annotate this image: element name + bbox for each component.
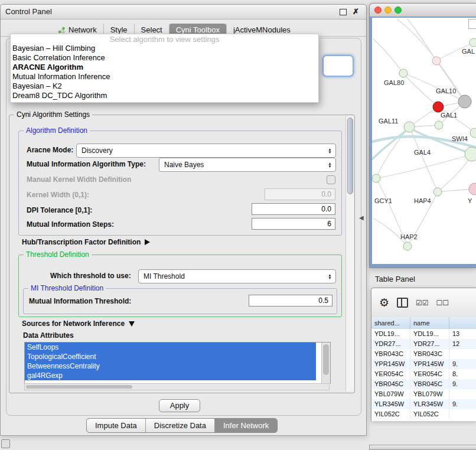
network-edge[interactable] <box>376 127 409 178</box>
network-node[interactable] <box>432 57 441 65</box>
network-view-window: GALGAL80GAL10GAL11GAL1SWI4GAL4GCY1HAP4YH… <box>369 3 476 268</box>
table-cell <box>449 349 476 359</box>
column-header-col3[interactable] <box>449 317 476 329</box>
attribute-item-topologicalcoefficient[interactable]: TopologicalCoefficient <box>25 352 316 361</box>
algorithm-select-box[interactable] <box>322 55 354 77</box>
table-row[interactable]: YBL079WYBL079W <box>371 389 476 399</box>
column-chooser-icon[interactable] <box>397 298 408 308</box>
mi-threshold-field[interactable] <box>249 295 332 306</box>
table-cell: 9. <box>449 399 476 409</box>
network-canvas[interactable]: GALGAL80GAL10GAL11GAL1SWI4GAL4GCY1HAP4YH… <box>370 17 476 268</box>
float-window-icon[interactable] <box>340 9 347 15</box>
network-edge[interactable] <box>376 154 472 178</box>
network-node[interactable] <box>433 102 444 112</box>
manual-kernel-label: Manual Kernel Width Definition <box>27 175 131 184</box>
network-node[interactable] <box>435 121 443 129</box>
scrollbar-thumb[interactable] <box>323 344 329 375</box>
deselect-all-icon[interactable]: ☐☐ <box>436 299 449 307</box>
network-node[interactable] <box>470 38 476 47</box>
control-panel-titlebar[interactable]: Control Panel ✗ <box>1 5 366 19</box>
bottom-tab-discretize-data[interactable]: Discretize Data <box>145 419 214 432</box>
kernel-width-field[interactable] <box>265 188 335 200</box>
attribute-item-gal4rgexp[interactable]: gal4RGexp <box>25 371 316 380</box>
network-node-label: GCY1 <box>374 197 392 204</box>
apply-button[interactable]: Apply <box>159 399 200 412</box>
select-all-icon[interactable]: ☑☑ <box>416 299 429 307</box>
panel-collapse-arrow[interactable]: ◀ <box>359 214 364 221</box>
algorithm-option-bayesian-hill-climbing[interactable]: Bayesian – Hill Climbing <box>11 44 318 53</box>
network-node[interactable] <box>399 69 407 77</box>
network-node[interactable] <box>403 242 412 250</box>
minimized-panel-icon[interactable] <box>1 439 10 448</box>
attributes-list[interactable]: SelfLoopsTopologicalCoefficientBetweenne… <box>24 342 331 384</box>
table-row[interactable]: YIL052CYIL052C <box>371 409 476 419</box>
zoom-button[interactable] <box>395 6 402 14</box>
gear-icon[interactable]: ⚙ <box>379 297 389 308</box>
desktop: Control Panel ✗ NetworkStyleSelectCyni T… <box>0 0 476 450</box>
bottom-tab-impute-data[interactable]: Impute Data <box>87 419 145 432</box>
algorithm-option-basic-correlation-inference[interactable]: Basic Correlation Inference <box>11 53 318 63</box>
combo-arrows-icon: ▲▼ <box>325 148 335 154</box>
table-cell: YPR145W <box>410 359 449 369</box>
table-cell: YBR045C <box>410 379 449 389</box>
table-row[interactable]: YPR145WYPR145W9. <box>371 359 476 369</box>
table-row[interactable]: YDR27...YDR27...12 <box>371 339 476 349</box>
table-row[interactable]: YBR045CYBR045C9. <box>371 379 476 389</box>
algorithm-option-aracne-algorithm[interactable]: ARACNE Algorithm <box>11 63 318 72</box>
network-edge[interactable] <box>438 154 472 192</box>
scrollbar-thumb[interactable] <box>26 385 132 389</box>
network-node[interactable] <box>469 183 476 195</box>
hub-section-label: Hub/Transcription Factor Definition <box>22 238 141 246</box>
table-cell: YBR045C <box>371 379 410 389</box>
table-row[interactable]: YLR345WYLR345W9. <box>371 399 476 409</box>
aracne-mode-combo[interactable]: Discovery ▲▼ <box>76 144 336 158</box>
mi-steps-field[interactable] <box>252 218 335 230</box>
network-node[interactable] <box>465 147 476 161</box>
network-edge[interactable] <box>403 73 438 107</box>
hub-section-toggle[interactable]: Hub/Transcription Factor Definition <box>22 238 150 246</box>
sources-toggle[interactable]: Sources for Network Inference <box>22 319 135 328</box>
mi-algorithm-type-combo[interactable]: Naive Bayes ▲▼ <box>159 158 336 172</box>
table-cell: YER054C <box>371 369 410 379</box>
attribute-item-betweennesscentrality[interactable]: BetweennessCentrality <box>25 361 316 371</box>
manual-kernel-checkbox[interactable] <box>327 175 335 184</box>
attribute-item-selfloops[interactable]: SelfLoops <box>25 343 316 352</box>
attributes-hscrollbar[interactable] <box>24 383 330 390</box>
scrollbar-thumb[interactable] <box>347 118 353 194</box>
attributes-scrollbar[interactable] <box>321 343 330 384</box>
dropdown-options: Bayesian – Hill ClimbingBasic Correlatio… <box>11 44 318 100</box>
network-window-titlebar[interactable] <box>370 4 476 17</box>
table-panel-title: Table Panel <box>375 275 415 283</box>
column-header-name[interactable]: name <box>410 317 449 329</box>
algorithm-option-dream8-dc-tdc-algorithm[interactable]: Dream8 DC_TDC Algorithm <box>11 91 318 100</box>
which-threshold-combo[interactable]: MI Threshold ▲▼ <box>138 269 336 283</box>
table-cell: 13 <box>449 329 476 339</box>
network-node[interactable] <box>404 122 415 132</box>
table-cell: YDR27... <box>371 339 410 349</box>
network-node[interactable] <box>433 188 442 196</box>
bottom-tab-infer-network[interactable]: Infer Network <box>214 419 277 432</box>
table-row[interactable]: YDL19...YDL19...13 <box>371 329 476 339</box>
algorithm-option-mutual-information-inference[interactable]: Mutual Information Inference <box>11 72 318 81</box>
chevron-right-icon <box>145 239 150 245</box>
algorithm-option-bayesian-k2[interactable]: Bayesian – K2 <box>11 81 318 91</box>
dpi-tolerance-field[interactable] <box>252 203 335 215</box>
network-node-label: GAL <box>462 48 475 55</box>
network-scrollbar[interactable] <box>468 19 476 29</box>
column-header-shared[interactable]: shared... <box>371 317 410 329</box>
network-node[interactable] <box>372 174 380 182</box>
close-button[interactable] <box>374 6 382 14</box>
table-row[interactable]: YBR043CYBR043C <box>371 349 476 359</box>
network-node-label: GAL80 <box>384 79 404 86</box>
settings-scrollbar[interactable] <box>345 116 354 392</box>
network-edge[interactable] <box>373 39 403 73</box>
table-row[interactable]: YER054CYER054C8. <box>371 369 476 379</box>
network-edge[interactable] <box>373 219 407 246</box>
network-edge[interactable] <box>372 128 409 159</box>
network-graph[interactable]: GALGAL80GAL10GAL11GAL1SWI4GAL4GCY1HAP4YH… <box>372 18 476 264</box>
network-node[interactable] <box>458 95 471 108</box>
close-icon[interactable]: ✗ <box>353 7 359 16</box>
window-title: Control Panel <box>5 7 52 16</box>
minimize-button[interactable] <box>384 6 392 14</box>
network-node-label: HAP4 <box>414 197 431 204</box>
